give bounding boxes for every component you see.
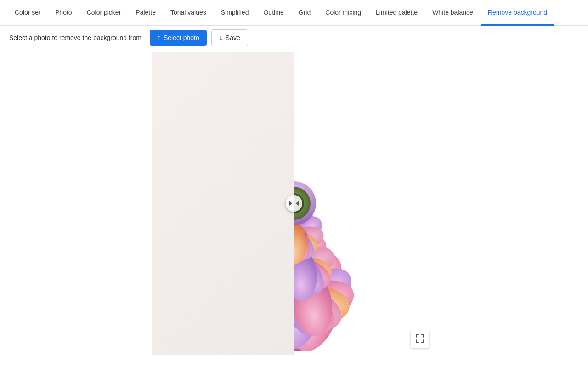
download-icon: ↓ — [219, 34, 223, 42]
nav-item-color-set[interactable]: Color set — [7, 0, 48, 26]
svg-marker-72 — [289, 201, 292, 206]
compare-drag-handle[interactable] — [286, 195, 302, 212]
nav-item-outline[interactable]: Outline — [256, 0, 291, 26]
save-button[interactable]: ↓ Save — [211, 29, 248, 46]
controls-row: Select a photo to remove the background … — [0, 26, 588, 52]
nav-item-photo[interactable]: Photo — [48, 0, 79, 26]
nav-item-limited-palette[interactable]: Limited palette — [368, 0, 425, 26]
nav-item-color-mixing[interactable]: Color mixing — [318, 0, 368, 26]
expand-button[interactable] — [411, 329, 429, 348]
arrows-icon — [289, 200, 299, 207]
nav-item-palette[interactable]: Palette — [128, 0, 163, 26]
main-nav: Color set Photo Color picker Palette Ton… — [0, 0, 588, 26]
nav-item-remove-background[interactable]: Remove background — [481, 0, 554, 26]
nav-item-grid[interactable]: Grid — [291, 0, 318, 26]
nav-item-color-picker[interactable]: Color picker — [79, 0, 129, 26]
image-area: ArtistAssistApp.com — [152, 52, 436, 355]
expand-icon — [416, 334, 424, 343]
nav-item-tonal-values[interactable]: Tonal values — [163, 0, 214, 26]
svg-marker-73 — [296, 201, 299, 206]
image-compare-wrapper — [152, 52, 436, 355]
description-text: Select a photo to remove the background … — [9, 34, 141, 41]
select-photo-button[interactable]: ↑ Select photo — [150, 30, 207, 46]
upload-icon: ↑ — [157, 34, 161, 42]
nav-item-white-balance[interactable]: White balance — [425, 0, 481, 26]
nav-item-simplified[interactable]: Simplified — [214, 0, 256, 26]
main-content: ArtistAssistApp.com — [0, 52, 588, 368]
image-compare — [152, 52, 436, 355]
nav-bar: Color set Photo Color picker Palette Ton… — [0, 0, 588, 26]
